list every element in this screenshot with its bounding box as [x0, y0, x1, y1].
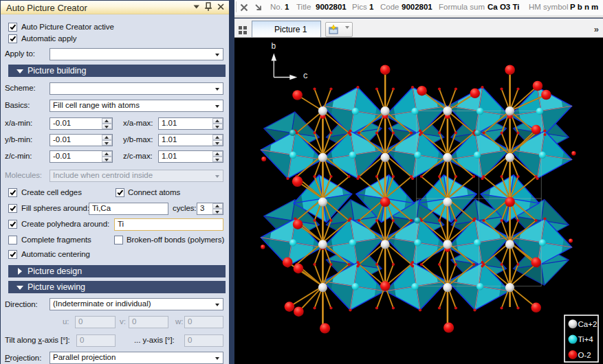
svg-text:Ca+2: Ca+2	[578, 320, 597, 328]
svg-text:b: b	[271, 42, 276, 52]
svg-text:c: c	[303, 71, 308, 81]
svg-text:Ti+4: Ti+4	[578, 335, 594, 343]
svg-text:O-2: O-2	[578, 351, 591, 359]
